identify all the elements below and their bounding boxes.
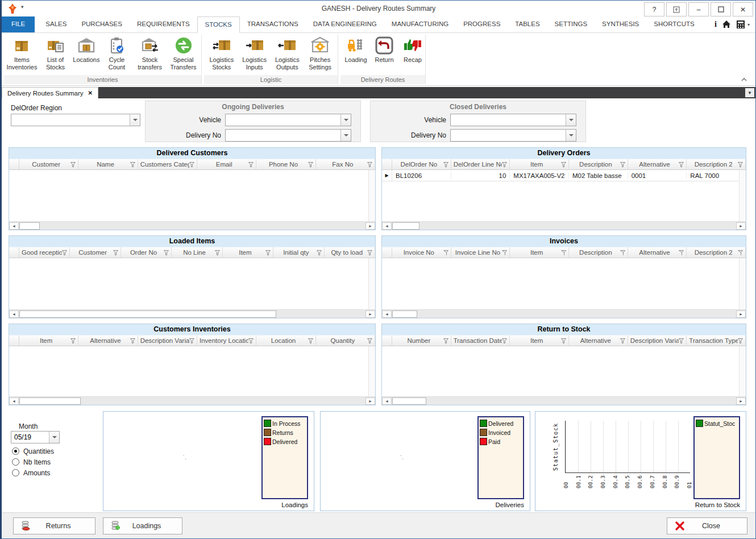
column-header[interactable]: Alternative <box>569 335 628 346</box>
items-inventories-button[interactable]: Items Inventories <box>5 35 39 72</box>
menu-item[interactable]: SALES <box>38 16 74 32</box>
column-header[interactable]: Transaction Type <box>687 335 746 346</box>
filter-icon[interactable] <box>70 162 76 167</box>
returns-button[interactable]: Returns <box>13 517 95 534</box>
scroll-left-icon[interactable]: ◄ <box>9 222 19 230</box>
recap-button[interactable]: Recap <box>398 35 427 64</box>
scroll-left-icon[interactable]: ◄ <box>382 222 392 230</box>
tab-delivery-routes-summary[interactable]: Delivery Routes Summary ✕ <box>2 87 98 98</box>
filter-icon[interactable] <box>738 250 743 255</box>
column-header[interactable]: Alternative <box>628 159 687 169</box>
horizontal-scrollbar[interactable]: ◄ ► <box>382 396 746 405</box>
scrollbar-thumb[interactable] <box>19 222 40 230</box>
menu-item[interactable]: FILE <box>2 16 35 32</box>
column-header[interactable]: Name <box>78 159 138 169</box>
filter-icon[interactable] <box>130 338 135 343</box>
column-header[interactable]: Number <box>392 335 451 346</box>
filter-icon[interactable] <box>620 162 625 167</box>
filter-icon[interactable] <box>248 338 254 343</box>
filter-icon[interactable] <box>308 338 313 343</box>
scrollbar-thumb[interactable] <box>19 310 276 318</box>
scrollbar-thumb[interactable] <box>392 397 426 405</box>
menu-item[interactable]: SHORTCUTS <box>646 16 701 32</box>
vertical-scrollbar[interactable] <box>739 170 746 221</box>
column-header[interactable]: Invoice Line No <box>451 247 510 258</box>
scrollbar-thumb[interactable] <box>392 222 419 230</box>
menu-item[interactable]: SETTINGS <box>547 16 595 32</box>
loadings-button[interactable]: Loadings <box>103 517 182 534</box>
column-header[interactable]: Item <box>510 335 569 346</box>
filter-icon[interactable] <box>189 338 194 343</box>
closed-delivery-no-combobox[interactable] <box>450 129 576 142</box>
filter-icon[interactable] <box>561 338 566 343</box>
column-header[interactable]: Customer <box>70 247 121 258</box>
filter-icon[interactable] <box>113 250 118 255</box>
filter-icon[interactable] <box>189 162 194 167</box>
close-window-button[interactable]: ✕ <box>733 2 753 16</box>
scroll-left-icon[interactable]: ◄ <box>9 397 19 405</box>
minimize-button[interactable]: – <box>688 2 709 16</box>
column-header[interactable]: Description <box>569 247 628 258</box>
special-transfers-button[interactable]: Special Transfers <box>167 35 200 72</box>
filter-icon[interactable] <box>443 338 448 343</box>
restore-up-button[interactable] <box>666 2 687 16</box>
column-header[interactable]: No Line <box>172 247 222 258</box>
column-header[interactable]: Description Variant <box>138 335 197 346</box>
delorder-region-combobox[interactable] <box>11 114 140 126</box>
ongoing-vehicle-combobox[interactable] <box>225 114 351 126</box>
filter-icon[interactable] <box>248 162 254 167</box>
chevron-down-icon[interactable] <box>49 432 59 443</box>
column-header[interactable]: Customers Category <box>138 159 197 169</box>
filter-icon[interactable] <box>367 338 372 343</box>
filter-icon[interactable] <box>738 338 743 343</box>
ribbon-collapse-icon[interactable] <box>741 77 749 83</box>
column-header[interactable]: DelOrder Line No <box>451 159 510 169</box>
logistics-outputs-button[interactable]: Logistics Outputs <box>271 35 304 72</box>
menu-item[interactable]: PROGRESS <box>456 16 508 32</box>
menu-item[interactable]: PURCHASES <box>74 16 130 32</box>
horizontal-scrollbar[interactable]: ◄ ► <box>9 396 375 405</box>
closed-vehicle-combobox[interactable] <box>450 114 576 126</box>
horizontal-scrollbar[interactable]: ◄ ► <box>9 309 375 318</box>
column-header[interactable]: Alternative <box>78 335 138 346</box>
home-icon[interactable] <box>722 20 731 29</box>
column-header[interactable]: Description <box>569 159 628 169</box>
menu-item[interactable]: MANUFACTURING <box>384 16 456 32</box>
calculator-icon[interactable] <box>736 20 745 29</box>
horizontal-scrollbar[interactable]: ◄ ► <box>9 221 375 230</box>
locations-button[interactable]: Locations <box>72 35 101 64</box>
calculator-dropdown-icon[interactable]: ▾ <box>747 22 750 27</box>
radio-option[interactable]: Quantities <box>12 446 54 457</box>
column-header[interactable]: Initial qty <box>273 247 324 258</box>
horizontal-scrollbar[interactable]: ◄ ► <box>382 309 746 318</box>
column-header[interactable]: Inventory Location <box>197 335 256 346</box>
month-combobox[interactable]: 05/19 <box>11 431 60 443</box>
column-header[interactable]: Item <box>19 335 78 346</box>
vertical-scrollbar[interactable] <box>739 346 746 396</box>
filter-icon[interactable] <box>265 250 271 255</box>
menu-item[interactable]: STOCKS <box>197 16 240 33</box>
filter-icon[interactable] <box>215 250 220 255</box>
column-header[interactable]: Order No <box>121 247 172 258</box>
filter-icon[interactable] <box>561 250 566 255</box>
column-header[interactable]: DelOrder No <box>392 159 451 169</box>
filter-icon[interactable] <box>317 250 322 255</box>
menu-item[interactable]: SYNTHESIS <box>595 16 646 32</box>
filter-icon[interactable] <box>308 162 313 167</box>
scroll-right-icon[interactable]: ► <box>736 397 746 405</box>
column-header[interactable]: Customer <box>19 159 78 169</box>
radio-icon[interactable] <box>12 447 19 455</box>
scroll-left-icon[interactable]: ◄ <box>9 310 19 318</box>
filter-icon[interactable] <box>367 162 372 167</box>
return-button[interactable]: Return <box>370 35 398 64</box>
menu-item[interactable]: REQUIREMENTS <box>130 16 197 32</box>
column-header[interactable]: Description 2 <box>687 159 746 169</box>
table-row[interactable]: ▶ BL10206 10 MX17AXA005-V2 M02 Table bas… <box>382 170 746 181</box>
info-icon[interactable]: i <box>715 20 717 29</box>
stock-transfers-button[interactable]: Stock transfers <box>133 35 167 72</box>
menu-item[interactable]: DATA ENGINEERING <box>306 16 384 32</box>
ongoing-delivery-no-combobox[interactable] <box>225 129 351 142</box>
filter-icon[interactable] <box>502 338 507 343</box>
list-of-stocks-button[interactable]: List of Stocks <box>39 35 72 72</box>
chevron-down-icon[interactable] <box>130 114 140 126</box>
